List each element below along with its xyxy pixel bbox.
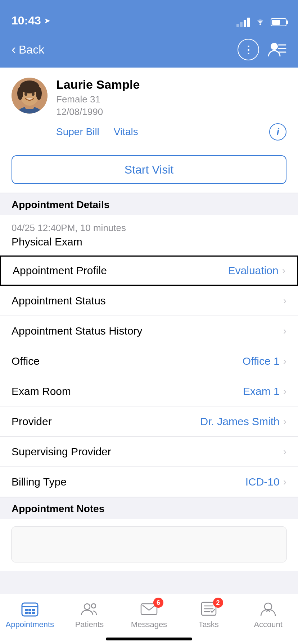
- svg-rect-19: [32, 609, 35, 611]
- more-dots-icon: ⋮: [243, 44, 254, 56]
- appointment-notes-section-header: Appointment Notes: [0, 497, 298, 519]
- patient-gender-age: Female 31: [56, 94, 286, 105]
- list-item-label-4: Exam Room: [12, 385, 71, 397]
- tab-bar: Appointments Patients 6 Messages 2: [0, 594, 298, 644]
- wifi-icon: [255, 17, 266, 27]
- list-item-chevron-3: ›: [283, 355, 286, 367]
- list-item-value-5: Dr. James Smith: [200, 415, 280, 428]
- battery-icon: [271, 18, 286, 26]
- list-item-4[interactable]: Exam RoomExam 1›: [0, 376, 298, 406]
- tasks-tab-icon-wrap: 2: [198, 600, 220, 618]
- start-visit-container: Start Visit: [0, 148, 298, 193]
- svg-point-1: [271, 43, 278, 50]
- list-item-chevron-2: ›: [283, 325, 286, 337]
- nav-bar: ‹ Back ⋮: [0, 32, 298, 68]
- account-tab-icon-wrap: [257, 600, 279, 618]
- back-button[interactable]: ‹ Back: [12, 42, 44, 57]
- patient-name: Laurie Sample: [56, 78, 286, 92]
- patient-avatar: [12, 78, 48, 114]
- list-item-label-5: Provider: [12, 415, 52, 428]
- appointments-tab-icon-wrap: [19, 600, 41, 618]
- list-item-value-4: Exam 1: [243, 385, 280, 397]
- patient-info: Laurie Sample Female 31 12/08/1990 Super…: [56, 78, 286, 141]
- list-item-label-6: Supervising Provider: [12, 446, 111, 458]
- account-tab-label: Account: [254, 620, 283, 629]
- tab-appointments[interactable]: Appointments: [0, 600, 60, 629]
- patient-list-button[interactable]: [268, 41, 286, 58]
- status-bar: 10:43 ➤: [0, 0, 298, 32]
- svg-rect-17: [25, 609, 28, 611]
- tab-tasks[interactable]: 2 Tasks: [179, 600, 239, 629]
- list-item-label-7: Billing Type: [12, 476, 67, 488]
- list-item-chevron-7: ›: [283, 476, 286, 488]
- patients-icon: [80, 601, 99, 617]
- list-item-1[interactable]: Appointment Status›: [0, 286, 298, 316]
- list-item-value-7: ICD-10: [245, 476, 280, 488]
- account-icon: [259, 601, 277, 617]
- status-icons: [236, 17, 286, 27]
- list-item-3[interactable]: OfficeOffice 1›: [0, 346, 298, 376]
- location-icon: ➤: [44, 16, 50, 26]
- list-item-chevron-6: ›: [283, 446, 286, 457]
- list-item-right-5: Dr. James Smith›: [200, 415, 286, 428]
- svg-point-0: [259, 24, 261, 25]
- list-item-right-7: ICD-10›: [245, 476, 286, 488]
- list-item-value-3: Office 1: [243, 355, 280, 367]
- home-indicator: [106, 638, 192, 640]
- tab-messages[interactable]: 6 Messages: [119, 600, 179, 629]
- list-item-right-6: ›: [283, 446, 286, 457]
- list-item-right-4: Exam 1›: [243, 385, 286, 397]
- list-item-chevron-0: ›: [282, 265, 285, 276]
- patient-list-icon: [268, 41, 286, 58]
- super-bill-link[interactable]: Super Bill: [56, 126, 99, 138]
- appointment-datetime: 04/25 12:40PM, 10 minutes: [12, 222, 286, 234]
- svg-point-12: [36, 87, 42, 100]
- list-item-2[interactable]: Appointment Status History›: [0, 316, 298, 346]
- start-visit-button[interactable]: Start Visit: [12, 155, 286, 184]
- appointment-details: 04/25 12:40PM, 10 minutes Physical Exam: [0, 215, 298, 256]
- list-item-0[interactable]: Appointment ProfileEvaluation›: [0, 256, 298, 286]
- appointments-icon: [21, 601, 39, 617]
- appointment-notes-title: Appointment Notes: [12, 503, 104, 514]
- more-options-button[interactable]: ⋮: [238, 39, 259, 60]
- messages-tab-label: Messages: [131, 620, 167, 629]
- tasks-tab-label: Tasks: [198, 620, 218, 629]
- patients-tab-label: Patients: [75, 620, 104, 629]
- list-item-5[interactable]: ProviderDr. James Smith›: [0, 406, 298, 437]
- signal-icon: [236, 18, 250, 27]
- list-item-value-0: Evaluation: [228, 264, 279, 277]
- list-item-chevron-1: ›: [283, 295, 286, 307]
- tab-account[interactable]: Account: [238, 600, 298, 629]
- vitals-link[interactable]: Vitals: [114, 126, 138, 138]
- list-item-6[interactable]: Supervising Provider›: [0, 437, 298, 467]
- list-item-7[interactable]: Billing TypeICD-10›: [0, 467, 298, 497]
- tasks-badge: 2: [213, 598, 223, 608]
- list-item-label-2: Appointment Status History: [12, 325, 143, 337]
- appointment-notes-input[interactable]: [12, 526, 286, 562]
- list-item-label-1: Appointment Status: [12, 295, 106, 307]
- appointment-details-title: Appointment Details: [12, 199, 109, 210]
- messages-badge: 6: [153, 598, 163, 608]
- svg-point-23: [84, 604, 90, 610]
- appointments-tab-label: Appointments: [6, 620, 54, 629]
- svg-point-24: [91, 604, 96, 608]
- list-item-chevron-5: ›: [283, 416, 286, 427]
- svg-point-13: [24, 92, 27, 96]
- patients-tab-icon-wrap: [78, 600, 100, 618]
- back-chevron-icon: ‹: [12, 42, 16, 57]
- svg-rect-22: [32, 612, 35, 614]
- svg-point-11: [17, 87, 23, 100]
- appointment-notes-container: [0, 519, 298, 571]
- info-button[interactable]: i: [269, 123, 286, 141]
- nav-actions: ⋮: [238, 39, 286, 60]
- list-item-right-2: ›: [283, 325, 286, 337]
- appointment-details-section-header: Appointment Details: [0, 193, 298, 215]
- patient-dob: 12/08/1990: [56, 106, 286, 118]
- patient-actions: Super Bill Vitals i: [56, 123, 286, 141]
- patient-header: Laurie Sample Female 31 12/08/1990 Super…: [0, 68, 298, 148]
- list-item-right-1: ›: [283, 295, 286, 307]
- list-item-chevron-4: ›: [283, 386, 286, 397]
- list-item-right-3: Office 1›: [243, 355, 286, 367]
- tab-patients[interactable]: Patients: [60, 600, 119, 629]
- messages-tab-icon-wrap: 6: [138, 600, 160, 618]
